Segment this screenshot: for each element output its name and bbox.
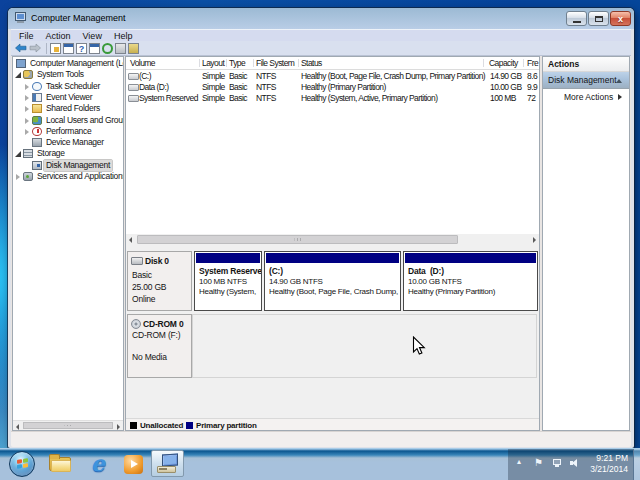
- cell: Basic: [229, 93, 247, 104]
- tree-item-label: Task Scheduler: [44, 81, 102, 92]
- column-header-file-system[interactable]: File System: [256, 57, 294, 70]
- help-icon[interactable]: ?: [76, 43, 87, 54]
- menu-help[interactable]: Help: [109, 30, 138, 42]
- expand-arrow-icon[interactable]: [24, 117, 31, 124]
- collapse-arrow-icon[interactable]: [15, 150, 22, 157]
- more-actions-item[interactable]: More Actions: [543, 89, 629, 105]
- menu-file[interactable]: File: [14, 30, 39, 42]
- expand-arrow-icon[interactable]: [24, 94, 31, 101]
- properties-icon[interactable]: [115, 43, 126, 54]
- show-desktop-button[interactable]: [633, 449, 640, 480]
- shared-folders-icon: [32, 104, 42, 113]
- start-button[interactable]: [9, 451, 35, 477]
- collapse-arrow-icon[interactable]: [15, 71, 22, 78]
- taskbar-computer-management-button[interactable]: [151, 450, 184, 477]
- scroll-right-icon[interactable]: [113, 421, 123, 430]
- tree-item-services-and-applications[interactable]: Services and Applications: [13, 171, 123, 182]
- taskbar-media-player-button[interactable]: [120, 452, 148, 476]
- snap-in-icon[interactable]: [128, 43, 139, 54]
- column-header-capacity[interactable]: Capacity: [489, 57, 518, 70]
- menu-view[interactable]: View: [78, 30, 107, 42]
- taskbar-explorer-button[interactable]: [46, 452, 74, 476]
- taskbar-clock[interactable]: 9:21 PM 3/21/2014: [590, 453, 628, 475]
- volume-icon[interactable]: [570, 459, 580, 468]
- tree-item-event-viewer[interactable]: Event Viewer: [13, 92, 123, 103]
- cdrom-media-area: [192, 314, 537, 378]
- tree-item-system-tools[interactable]: System Tools: [13, 69, 123, 80]
- partition-c[interactable]: (C:)14.90 GB NTFSHealthy (Boot, Page Fil…: [264, 251, 401, 311]
- menu-action[interactable]: Action: [41, 30, 76, 42]
- tree-item-label: Device Manager: [44, 137, 106, 148]
- tree-horizontal-scrollbar[interactable]: [13, 420, 123, 430]
- tree-item-local-users-and-group[interactable]: Local Users and Group: [13, 115, 123, 126]
- expand-arrow-icon[interactable]: [24, 83, 31, 90]
- clock-time: 9:21 PM: [590, 453, 628, 464]
- column-header-fre[interactable]: Fre: [527, 57, 538, 70]
- volume-icon: [128, 84, 139, 91]
- tree-item-label: Local Users and Group: [44, 115, 124, 126]
- disk-0-label-box[interactable]: Disk 0 Basic 25.00 GB Online: [127, 251, 192, 311]
- tree-item-label: Event Viewer: [44, 92, 94, 103]
- tray-expand-icon[interactable]: ▴: [517, 457, 521, 466]
- network-icon[interactable]: [553, 459, 563, 467]
- maximize-button[interactable]: [588, 11, 609, 26]
- collapse-icon[interactable]: [616, 79, 622, 83]
- cell: Simple: [202, 82, 225, 93]
- actions-group-disk-management[interactable]: Disk Management: [543, 72, 629, 89]
- action-center-flag-icon[interactable]: ⚑: [534, 457, 543, 468]
- cell: 14.90 GB: [490, 71, 522, 82]
- volume-row-c[interactable]: (C:)SimpleBasicNTFSHealthy (Boot, Page F…: [126, 71, 539, 82]
- volume-list-pane: VolumeLayoutTypeFile SystemStatusCapacit…: [125, 56, 540, 431]
- tree-item-label: Disk Management: [44, 160, 112, 171]
- tree-item-disk-management[interactable]: Disk Management: [13, 160, 123, 171]
- back-icon[interactable]: [15, 43, 27, 53]
- tree-item-storage[interactable]: Storage: [13, 148, 123, 159]
- forward-icon[interactable]: [29, 43, 41, 53]
- refresh-icon[interactable]: [102, 43, 113, 54]
- volume-row-data-d[interactable]: Data (D:)SimpleBasicNTFSHealthy (Primary…: [126, 82, 539, 93]
- taskbar-ie-button[interactable]: e: [84, 452, 112, 476]
- cell: 8.6: [527, 71, 537, 82]
- export-icon[interactable]: [50, 43, 61, 54]
- tree-item-label: Storage: [35, 148, 67, 159]
- column-header-status[interactable]: Status: [301, 57, 322, 70]
- cell: 72: [527, 93, 535, 104]
- volume-row-system-reserved[interactable]: System ReservedSimpleBasicNTFSHealthy (S…: [126, 93, 539, 104]
- scroll-left-icon[interactable]: [13, 421, 23, 430]
- scroll-left-icon[interactable]: [126, 234, 136, 245]
- column-header-volume[interactable]: Volume: [130, 57, 155, 70]
- event-viewer-icon: [32, 93, 42, 102]
- legend-bar: Unallocated Primary partition: [126, 418, 539, 431]
- expand-arrow-icon[interactable]: [15, 173, 22, 180]
- storage-icon: [23, 149, 33, 158]
- expand-arrow-icon[interactable]: [24, 128, 31, 135]
- tree-item-computer-management-loc[interactable]: Computer Management (Loc: [13, 58, 123, 69]
- expand-arrow-icon[interactable]: [24, 105, 31, 112]
- window-icon-2[interactable]: [89, 43, 100, 54]
- volume-list-header[interactable]: VolumeLayoutTypeFile SystemStatusCapacit…: [126, 57, 539, 70]
- column-header-type[interactable]: Type: [229, 57, 245, 70]
- minimize-button[interactable]: [566, 11, 587, 26]
- console-window-icon[interactable]: [63, 43, 74, 54]
- cell: NTFS: [256, 71, 276, 82]
- close-button[interactable]: x: [610, 11, 631, 26]
- tree-item-label: System Tools: [35, 69, 86, 80]
- scroll-right-icon[interactable]: [529, 234, 539, 245]
- volume-icon: [128, 73, 139, 80]
- tree-item-shared-folders[interactable]: Shared Folders: [13, 103, 123, 114]
- column-header-layout[interactable]: Layout: [202, 57, 224, 70]
- scrollbar-thumb[interactable]: [137, 235, 458, 244]
- tree-item-label: Computer Management (Loc: [28, 58, 124, 69]
- tree-item-device-manager[interactable]: Device Manager: [13, 137, 123, 148]
- volume-horizontal-scrollbar[interactable]: [126, 234, 539, 245]
- tree-item-performance[interactable]: Performance: [13, 126, 123, 137]
- cdrom-state: No Media: [132, 352, 167, 362]
- tree-item-task-scheduler[interactable]: Task Scheduler: [13, 81, 123, 92]
- partition-system-reserved[interactable]: System Reserved100 MB NTFSHealthy (Syste…: [194, 251, 262, 311]
- submenu-arrow-icon[interactable]: [618, 94, 622, 100]
- partition-data-d[interactable]: Data (D:)10.00 GB NTFSHealthy (Primary P…: [403, 251, 538, 311]
- cdrom-name: CD-ROM 0: [143, 319, 183, 329]
- task-scheduler-icon: [32, 82, 42, 91]
- cdrom-label-box[interactable]: CD-ROM 0 CD-ROM (F:) No Media: [127, 314, 192, 378]
- title-bar[interactable]: Computer Management x: [8, 8, 634, 29]
